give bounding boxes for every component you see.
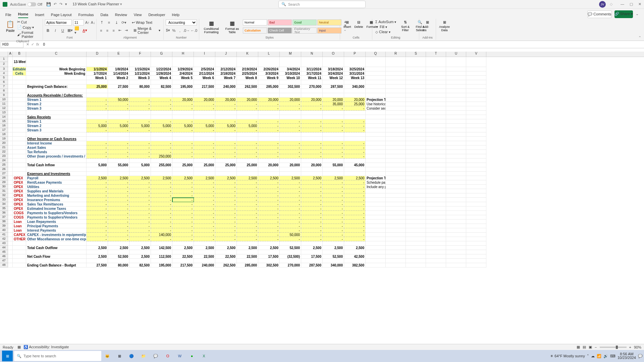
cell[interactable]: 2,500 — [344, 176, 366, 180]
cell[interactable] — [366, 115, 386, 119]
cell[interactable]: - — [237, 128, 258, 132]
cell[interactable]: - — [172, 237, 194, 241]
cell[interactable]: - — [237, 180, 258, 185]
cell[interactable]: Stream 3 — [26, 128, 87, 132]
cell[interactable] — [87, 241, 108, 246]
cell[interactable] — [323, 80, 344, 84]
cell[interactable]: - — [172, 106, 194, 111]
cell[interactable] — [258, 241, 280, 246]
cell[interactable] — [8, 137, 13, 141]
cell[interactable] — [8, 141, 13, 145]
cell[interactable] — [446, 250, 466, 254]
cell[interactable]: - — [108, 202, 129, 206]
cell[interactable]: - — [323, 211, 344, 215]
cell[interactable] — [466, 137, 486, 141]
cell[interactable]: - — [129, 128, 151, 132]
cell[interactable] — [446, 198, 466, 202]
cell[interactable]: - — [151, 224, 172, 228]
cell[interactable] — [258, 172, 280, 176]
cell[interactable]: - — [344, 150, 366, 154]
cell[interactable]: - — [280, 180, 301, 185]
cell[interactable] — [446, 241, 466, 246]
cell[interactable] — [406, 76, 426, 80]
user-avatar[interactable]: JV — [599, 1, 606, 8]
cell[interactable]: Other Income or Cash Sources — [26, 137, 87, 141]
cell[interactable]: - — [237, 202, 258, 206]
cell[interactable] — [129, 115, 151, 119]
cell[interactable]: - — [172, 185, 194, 189]
cell[interactable] — [426, 111, 446, 115]
cell[interactable] — [426, 193, 446, 198]
tab-file[interactable]: File — [5, 11, 11, 18]
cell[interactable] — [366, 198, 386, 202]
cell[interactable]: 2/25/2024 — [237, 71, 258, 76]
cell[interactable] — [386, 206, 406, 211]
cell[interactable]: Marketing and Advertising — [26, 193, 87, 198]
cell[interactable]: - — [323, 233, 344, 237]
cell[interactable] — [108, 137, 129, 141]
cell[interactable]: - — [258, 198, 280, 202]
cell[interactable] — [466, 189, 486, 193]
style-bad[interactable]: Bad — [268, 19, 292, 25]
cell[interactable] — [426, 189, 446, 193]
cell[interactable]: OPEX — [13, 180, 26, 185]
cell[interactable] — [258, 159, 280, 163]
cell[interactable] — [446, 259, 466, 263]
cell[interactable] — [446, 76, 466, 80]
cell[interactable] — [426, 211, 446, 215]
cell[interactable] — [8, 193, 13, 198]
cell[interactable]: OPEX — [13, 176, 26, 180]
cell[interactable] — [386, 241, 406, 246]
cell[interactable]: 195,000 — [151, 263, 172, 267]
cell[interactable]: 22,500 — [237, 254, 258, 259]
cell[interactable] — [323, 111, 344, 115]
cell[interactable] — [237, 89, 258, 93]
cell[interactable] — [8, 215, 13, 220]
cell[interactable]: - — [258, 228, 280, 233]
cell[interactable] — [258, 80, 280, 84]
cell[interactable]: - — [108, 141, 129, 145]
cell[interactable] — [406, 250, 426, 254]
cell[interactable] — [129, 259, 151, 263]
cell[interactable] — [446, 163, 466, 167]
cell[interactable]: - — [129, 228, 151, 233]
cell[interactable] — [151, 172, 172, 176]
cell[interactable]: - — [151, 202, 172, 206]
cell[interactable] — [8, 189, 13, 193]
cell[interactable]: - — [87, 220, 108, 224]
cell[interactable] — [172, 241, 194, 246]
cell[interactable]: - — [323, 228, 344, 233]
cell[interactable]: - — [172, 198, 194, 202]
cell[interactable] — [108, 159, 129, 163]
cell[interactable] — [406, 259, 426, 263]
maximize-icon[interactable]: ▢ — [630, 2, 633, 6]
cell[interactable]: Other (loan proceeds / investments / etc… — [26, 154, 87, 159]
cell[interactable]: - — [280, 215, 301, 220]
cell[interactable]: - — [301, 237, 323, 241]
cell[interactable]: - — [151, 193, 172, 198]
cell[interactable]: - — [301, 102, 323, 106]
cell[interactable] — [466, 254, 486, 259]
cell[interactable] — [237, 93, 258, 98]
cell[interactable] — [366, 263, 386, 267]
cell[interactable] — [426, 128, 446, 132]
notifications-icon[interactable]: 💬 — [638, 354, 643, 358]
cell[interactable] — [172, 57, 194, 67]
cell[interactable]: - — [280, 119, 301, 124]
cell[interactable] — [8, 211, 13, 215]
cell[interactable]: - — [172, 228, 194, 233]
cell[interactable]: 5,000 — [129, 163, 151, 167]
cell[interactable]: - — [194, 211, 215, 215]
cell[interactable]: OPEX — [13, 198, 26, 202]
cell[interactable]: CAPEX — [13, 233, 26, 237]
cell[interactable]: - — [323, 180, 344, 185]
cell[interactable] — [406, 189, 426, 193]
cell[interactable]: - — [215, 198, 237, 202]
cell[interactable]: Insurance Premiums — [26, 198, 87, 202]
cell[interactable] — [366, 80, 386, 84]
cell[interactable] — [446, 189, 466, 193]
cell[interactable] — [406, 246, 426, 250]
cell[interactable]: - — [172, 141, 194, 145]
cell[interactable] — [8, 224, 13, 228]
cell[interactable]: - — [344, 198, 366, 202]
